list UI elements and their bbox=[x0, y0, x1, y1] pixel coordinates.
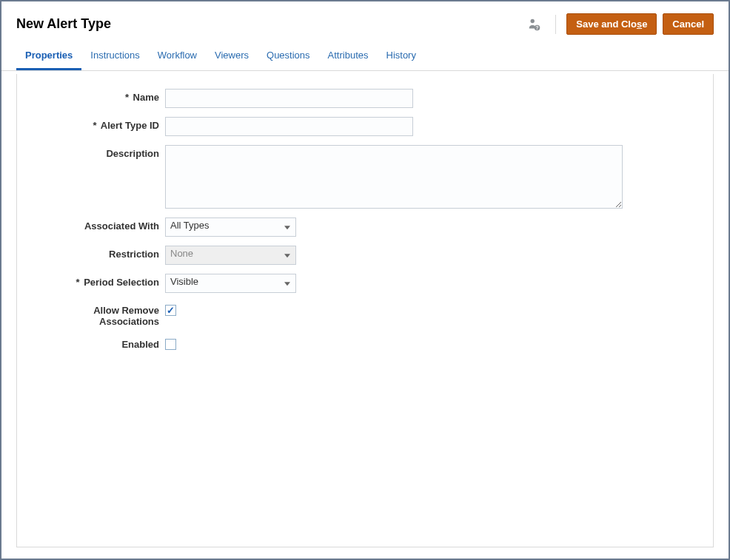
tab-attributes[interactable]: Attributes bbox=[319, 42, 378, 70]
required-marker: * bbox=[93, 120, 97, 131]
user-help-icon[interactable]: ? bbox=[527, 18, 540, 31]
divider bbox=[555, 15, 556, 34]
period-selection-select-wrap: Visible bbox=[165, 274, 296, 293]
tab-workflow[interactable]: Workflow bbox=[149, 42, 206, 70]
tab-instructions[interactable]: Instructions bbox=[81, 42, 148, 70]
svg-point-0 bbox=[531, 18, 535, 22]
description-textarea[interactable] bbox=[165, 145, 623, 209]
required-marker: * bbox=[125, 92, 129, 103]
tab-questions[interactable]: Questions bbox=[258, 42, 319, 70]
row-associated-with: Associated With All Types bbox=[32, 217, 698, 237]
period-selection-select[interactable]: Visible bbox=[165, 274, 296, 293]
restriction-select: None bbox=[165, 246, 296, 265]
row-period-selection: * Period Selection Visible bbox=[32, 274, 698, 293]
restriction-select-wrap: None bbox=[165, 246, 296, 265]
save-and-close-button[interactable]: Save and Close bbox=[566, 13, 657, 35]
tab-viewers[interactable]: Viewers bbox=[206, 42, 258, 70]
label-period-selection: * Period Selection bbox=[32, 274, 165, 288]
label-description: Description bbox=[32, 145, 165, 159]
allow-remove-associations-checkbox[interactable] bbox=[165, 305, 176, 316]
label-restriction: Restriction bbox=[32, 246, 165, 260]
dialog-header: New Alert Type ? Save and Close Cancel bbox=[1, 1, 729, 42]
row-alert-type-id: * Alert Type ID bbox=[32, 117, 698, 136]
label-enabled: Enabled bbox=[32, 336, 165, 350]
required-marker: * bbox=[76, 277, 79, 288]
tab-history[interactable]: History bbox=[378, 42, 425, 70]
label-alert-type-id: * Alert Type ID bbox=[32, 117, 165, 131]
alert-type-id-input[interactable] bbox=[165, 117, 413, 136]
row-description: Description bbox=[32, 145, 698, 209]
associated-with-select[interactable]: All Types bbox=[165, 217, 296, 237]
associated-with-select-wrap: All Types bbox=[165, 217, 296, 237]
row-allow-remove-associations: Allow Remove Associations bbox=[32, 302, 698, 327]
row-restriction: Restriction None bbox=[32, 246, 698, 265]
cancel-button[interactable]: Cancel bbox=[663, 13, 714, 35]
tab-bar: Properties Instructions Workflow Viewers… bbox=[1, 42, 729, 71]
name-input[interactable] bbox=[165, 89, 413, 108]
label-associated-with: Associated With bbox=[32, 217, 165, 232]
svg-text:?: ? bbox=[536, 25, 539, 30]
header-actions: ? Save and Close Cancel bbox=[527, 13, 714, 35]
page-title: New Alert Type bbox=[16, 16, 111, 32]
row-name: * Name bbox=[32, 89, 698, 108]
enabled-checkbox[interactable] bbox=[165, 339, 176, 350]
properties-panel: * Name * Alert Type ID Description Assoc… bbox=[16, 74, 714, 547]
label-allow-remove-associations: Allow Remove Associations bbox=[32, 302, 165, 327]
tab-properties[interactable]: Properties bbox=[16, 42, 81, 70]
label-name: * Name bbox=[32, 89, 165, 103]
row-enabled: Enabled bbox=[32, 336, 698, 350]
